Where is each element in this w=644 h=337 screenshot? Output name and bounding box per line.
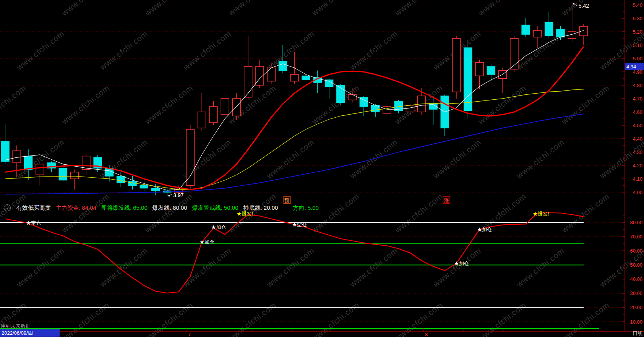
month-label-8: 8 bbox=[425, 332, 428, 337]
svg-text:5.00: 5.00 bbox=[633, 56, 642, 62]
ma-yellow bbox=[5, 89, 584, 190]
indicator-level-lines bbox=[0, 222, 584, 329]
indicator-field-2: 爆发线: 80.00 bbox=[152, 204, 187, 212]
signal-badges: 预涨 bbox=[284, 197, 450, 204]
svg-text:4.50: 4.50 bbox=[633, 123, 642, 128]
indicator-fields: 主力资金: 84.04即将爆发线: 65.00爆发线: 80.00爆发警戒线: … bbox=[56, 204, 319, 212]
indicator-header: ⌄ 有效低买高卖 主力资金: 84.04即将爆发线: 65.00爆发线: 80.… bbox=[4, 203, 319, 213]
indicator-title: 有效低买高卖 bbox=[16, 204, 51, 212]
svg-text:60.00: 60.00 bbox=[630, 248, 642, 254]
indicator-field-0: 主力资金: 84.04 bbox=[56, 204, 96, 212]
svg-text:30.00: 30.00 bbox=[630, 290, 642, 296]
svg-text:70.00: 70.00 bbox=[630, 234, 642, 240]
svg-text:4.80: 4.80 bbox=[633, 83, 642, 88]
svg-text:4.10: 4.10 bbox=[633, 176, 642, 182]
signal-marker-加仓: ★加仓 bbox=[211, 224, 226, 230]
svg-text:5.30: 5.30 bbox=[633, 16, 642, 21]
svg-text:5.40: 5.40 bbox=[633, 2, 642, 8]
signal-marker-加仓: ★加仓 bbox=[477, 227, 492, 232]
svg-text:50.00: 50.00 bbox=[630, 262, 642, 268]
svg-text:4.60: 4.60 bbox=[633, 109, 642, 115]
signal-marker-加仓: ★加仓 bbox=[200, 239, 214, 245]
month-label-7: 7 bbox=[188, 332, 191, 337]
svg-text:5.42: 5.42 bbox=[579, 3, 589, 9]
trading-app-window: www.cfchi.comwww.cfchi.comwww.cfchi.comw… bbox=[0, 0, 644, 337]
signal-badge-预: 预 bbox=[284, 198, 290, 203]
selected-date-box: 2022/06/09/四 bbox=[0, 329, 60, 337]
svg-text:4.30: 4.30 bbox=[633, 149, 642, 155]
signal-marker-空仓: ★空仓 bbox=[26, 220, 41, 226]
indicator-field-4: 抄底线: 20.00 bbox=[243, 204, 278, 212]
signal-markers: ★空仓★加仓★加仓★爆发!★空仓★加仓★加仓★爆发! bbox=[26, 211, 549, 266]
signal-marker-爆发: ★爆发! bbox=[533, 211, 549, 217]
svg-text:4.40: 4.40 bbox=[633, 136, 642, 142]
svg-text:4.20: 4.20 bbox=[633, 163, 642, 168]
svg-text:40.00: 40.00 bbox=[630, 276, 642, 282]
future-data-note: 用到未来数据 bbox=[1, 323, 31, 330]
svg-text:5.10: 5.10 bbox=[633, 42, 642, 48]
svg-text:4.70: 4.70 bbox=[633, 96, 642, 102]
svg-text:10.00: 10.00 bbox=[630, 319, 642, 325]
indicator-field-1: 即将爆发线: 65.00 bbox=[101, 204, 148, 212]
svg-text:20.00: 20.00 bbox=[630, 305, 642, 310]
svg-text:4.94: 4.94 bbox=[626, 64, 636, 70]
svg-text:4.00: 4.00 bbox=[633, 190, 642, 195]
svg-text:3.97: 3.97 bbox=[173, 192, 183, 198]
time-axis: 78 bbox=[162, 328, 582, 337]
indicator-field-3: 爆发警戒线: 50.00 bbox=[192, 204, 238, 212]
candlestick-series bbox=[1, 2, 588, 196]
ma-blue bbox=[5, 114, 584, 194]
collapse-indicator-icon[interactable]: ⌄ bbox=[4, 204, 11, 211]
signal-badge-涨: 涨 bbox=[444, 198, 449, 203]
signal-marker-加仓: ★加仓 bbox=[454, 261, 469, 266]
svg-text:80.00: 80.00 bbox=[630, 220, 642, 225]
svg-text:5.20: 5.20 bbox=[633, 29, 642, 35]
indicator-field-5: 方向: 5.00 bbox=[293, 204, 319, 212]
period-label[interactable]: 日线 bbox=[633, 330, 642, 337]
signal-marker-空仓: ★空仓 bbox=[292, 222, 307, 227]
current-price-tag: 4.94 bbox=[625, 63, 644, 70]
chart-canvas[interactable]: ★空仓★加仓★加仓★爆发!★空仓★加仓★加仓★爆发!5.405.305.205.… bbox=[0, 0, 644, 337]
